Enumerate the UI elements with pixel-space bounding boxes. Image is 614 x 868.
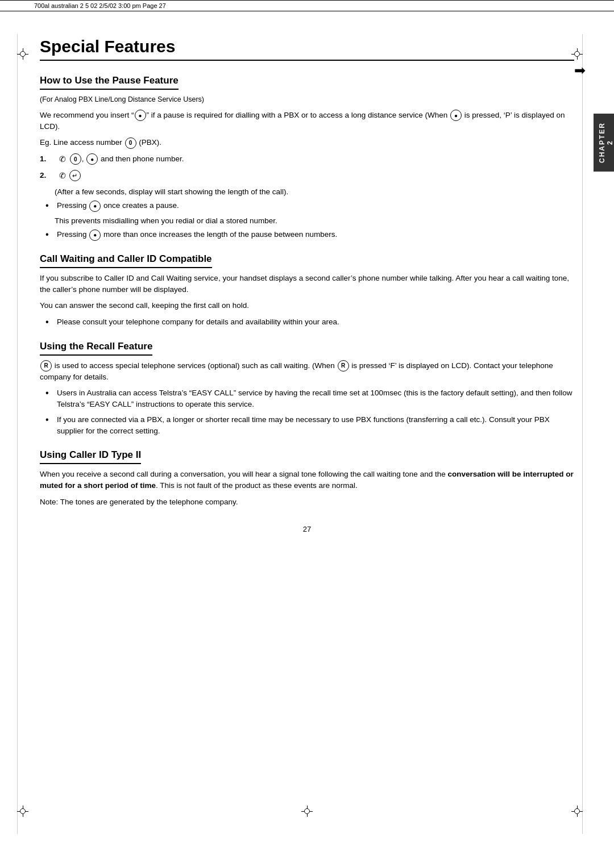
- callwaiting-bullet-1: • Please consult your telephone company …: [45, 316, 574, 328]
- redial-key-icon: ●: [135, 110, 146, 121]
- section-heading-pause: How to Use the Pause Feature: [40, 75, 179, 90]
- header-text: 700al australian 2 5 02 2/5/02 3:00 pm P…: [34, 2, 166, 9]
- header-bar: 700al australian 2 5 02 2/5/02 3:00 pm P…: [0, 0, 614, 11]
- bullet-dot-5: •: [45, 414, 55, 426]
- pause-bullet-1-text: Pressing ● once creates a pause.: [57, 200, 179, 211]
- bullet-dot-1: •: [45, 200, 55, 212]
- recall-bullet-2-text: If you are connected via a PBX, a longer…: [57, 414, 574, 437]
- zero-key-2: 0: [70, 153, 81, 165]
- bottom-center-crosshair: [301, 806, 313, 817]
- hook-icon: ↵: [69, 170, 81, 181]
- handset-icon-2: ✆: [59, 170, 66, 182]
- bottom-left-crosshair: [17, 806, 28, 817]
- callwaiting-para-1: If you subscribe to Caller ID and Call W…: [40, 273, 574, 296]
- section-heading-recall: Using the Recall Feature: [40, 341, 152, 356]
- step-1-content: ✆ 0, ● and then phone number.: [58, 153, 184, 165]
- callwaiting-bullet-1-text: Please consult your telephone company fo…: [57, 316, 339, 328]
- section-recall: Using the Recall Feature R is used to ac…: [40, 341, 574, 437]
- page-container: 700al australian 2 5 02 2/5/02 3:00 pm P…: [0, 0, 614, 868]
- section-callerid-type2: Using Caller ID Type II When you receive…: [40, 449, 574, 508]
- page-number: 27: [40, 525, 574, 533]
- top-right-crosshair: [571, 48, 583, 60]
- pause-bullet-2: • Pressing ● more than once increases th…: [45, 229, 574, 241]
- section-call-waiting: Call Waiting and Caller ID Compatible If…: [40, 253, 574, 328]
- redial-key-icon-2: ●: [450, 110, 462, 121]
- recall-bullet-2: • If you are connected via a PBX, a long…: [45, 414, 574, 437]
- bullet-dot-3: •: [45, 316, 55, 328]
- zero-key: 0: [125, 137, 136, 149]
- recall-bullet-1: • Users in Australia can access Telstra’…: [45, 387, 574, 411]
- r-key-2: R: [338, 360, 349, 372]
- bullet-dot-2: •: [45, 229, 55, 241]
- step-2-num: 2.: [40, 170, 56, 181]
- r-key: R: [40, 360, 52, 372]
- section-heading-callwaiting: Call Waiting and Caller ID Compatible: [40, 253, 212, 268]
- step-1-num: 1.: [40, 153, 56, 165]
- recall-bullet-1-text: Users in Australia can access Telstra’s …: [57, 387, 574, 411]
- redial-key-5: ●: [89, 229, 101, 241]
- redial-key-4: ●: [89, 201, 101, 212]
- page-title: Special Features: [40, 37, 574, 61]
- redial-key-3: ●: [86, 153, 98, 165]
- step-2-content: ✆ ↵: [58, 170, 81, 182]
- section-pause-feature: How to Use the Pause Feature (For Analog…: [40, 75, 574, 241]
- step-2-sub: (After a few seconds, display will start…: [55, 186, 574, 198]
- pause-para-1: We recommend you insert “●” if a pause i…: [40, 110, 574, 133]
- callwaiting-para-2: You can answer the second call, keeping …: [40, 300, 574, 311]
- recall-para-1: R is used to access special telephone se…: [40, 360, 574, 383]
- section-heading-callerid: Using Caller ID Type II: [40, 449, 141, 464]
- bullet-dot-4: •: [45, 387, 55, 399]
- callerid-para-2: Note: The tones are generated by the tel…: [40, 496, 574, 508]
- step-2: 2. ✆ ↵: [40, 170, 574, 182]
- step-1: 1. ✆ 0, ● and then phone number.: [40, 153, 574, 165]
- handset-icon-1: ✆: [59, 153, 66, 165]
- main-content: Special Features How to Use the Pause Fe…: [0, 11, 614, 567]
- pause-subtitle: (For Analog PBX Line/Long Distance Servi…: [40, 94, 574, 105]
- pause-bullet-1-sub: This prevents misdialling when you redia…: [55, 215, 574, 227]
- pause-bullet-1: • Pressing ● once creates a pause.: [45, 200, 574, 212]
- bottom-right-crosshair: [571, 806, 583, 817]
- pause-bullet-2-text: Pressing ● more than once increases the …: [57, 229, 337, 240]
- callerid-para-1: When you receive a second call during a …: [40, 469, 574, 492]
- pause-eg: Eg. Line access number 0 (PBX).: [40, 137, 574, 148]
- top-left-crosshair: [17, 48, 28, 60]
